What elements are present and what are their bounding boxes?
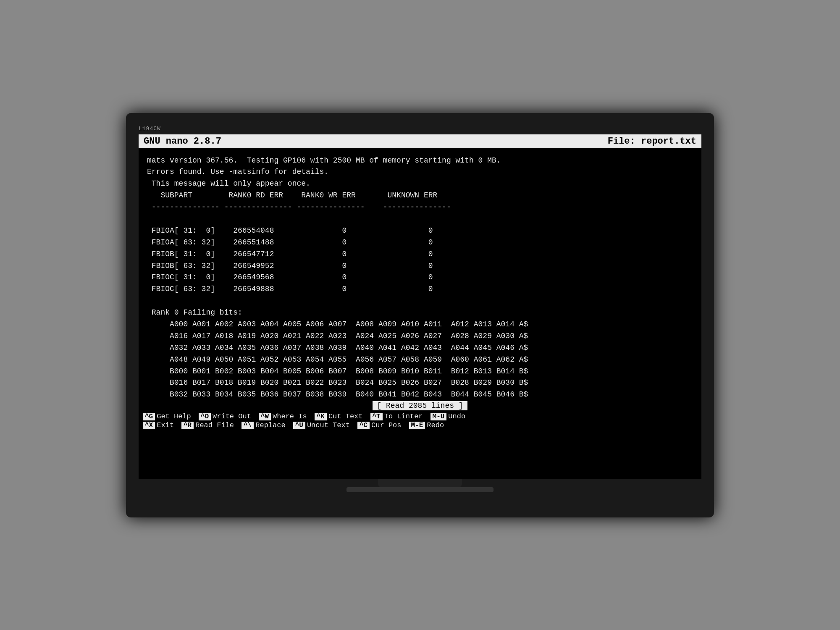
key-to-linter: ^T [370, 413, 383, 420]
command-bar: ^G Get Help ^O Write Out ^W Where Is ^K … [139, 411, 701, 432]
key-redo: M-E [409, 422, 425, 429]
terminal-text: mats version 367.56. Testing GP106 with … [147, 155, 693, 401]
label-cut-text: Cut Text [328, 412, 363, 420]
label-read-file: Read File [195, 421, 234, 429]
cmd-exit[interactable]: ^X Exit [143, 421, 174, 429]
file-name: File: report.txt [608, 136, 696, 147]
cmd-write-out[interactable]: ^O Write Out [199, 412, 251, 420]
label-cur-pos: Cur Pos [371, 421, 401, 429]
cmd-uncut-text[interactable]: ^U Uncut Text [293, 421, 350, 429]
cmd-to-linter[interactable]: ^T To Linter [370, 412, 423, 420]
label-get-help: Get Help [157, 412, 191, 420]
monitor-stand [378, 479, 462, 487]
monitor-label: L194CW [139, 126, 701, 132]
monitor-base [346, 487, 494, 492]
read-lines-status: [ Read 2085 lines ] [373, 401, 467, 410]
cmd-get-help[interactable]: ^G Get Help [143, 412, 191, 420]
cmd-cur-pos[interactable]: ^C Cur Pos [357, 421, 402, 429]
key-read-file: ^R [181, 422, 194, 429]
label-uncut-text: Uncut Text [307, 421, 350, 429]
label-redo: Redo [427, 421, 444, 429]
status-bar: [ Read 2085 lines ] [139, 401, 701, 411]
label-undo: Undo [448, 412, 465, 420]
label-to-linter: To Linter [384, 412, 423, 420]
title-bar: GNU nano 2.8.7 File: report.txt [139, 134, 701, 148]
nano-version: GNU nano 2.8.7 [144, 136, 221, 147]
label-exit: Exit [157, 421, 174, 429]
screen: GNU nano 2.8.7 File: report.txt mats ver… [139, 134, 701, 479]
cmd-undo[interactable]: M-U Undo [430, 412, 466, 420]
key-replace: ^\ [242, 422, 254, 429]
cmd-redo[interactable]: M-E Redo [409, 421, 444, 429]
key-exit: ^X [143, 422, 155, 429]
cmd-cut-text[interactable]: ^K Cut Text [315, 412, 363, 420]
terminal-content: mats version 367.56. Testing GP106 with … [139, 148, 701, 401]
key-get-help: ^G [143, 413, 155, 420]
key-undo: M-U [430, 413, 447, 420]
key-where-is: ^W [259, 413, 271, 420]
label-where-is: Where Is [273, 412, 307, 420]
cmd-where-is[interactable]: ^W Where Is [259, 412, 307, 420]
key-cut-text: ^K [315, 413, 327, 420]
key-cur-pos: ^C [357, 422, 370, 429]
label-write-out: Write Out [213, 412, 251, 420]
key-write-out: ^O [199, 413, 211, 420]
cmd-read-file[interactable]: ^R Read File [181, 421, 234, 429]
key-uncut-text: ^U [293, 422, 305, 429]
label-replace: Replace [255, 421, 285, 429]
cmd-replace[interactable]: ^\ Replace [242, 421, 286, 429]
monitor-outer: L194CW GNU nano 2.8.7 File: report.txt m… [126, 113, 714, 517]
